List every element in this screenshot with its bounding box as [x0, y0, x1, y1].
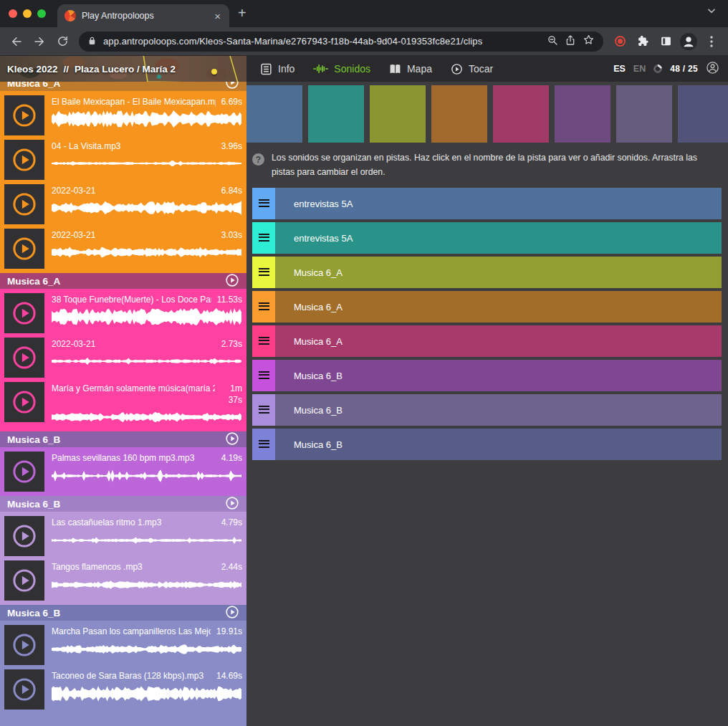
- track-bar[interactable]: Musica 6_A: [275, 291, 722, 323]
- nav-info[interactable]: Info: [251, 56, 304, 82]
- clip-play-button[interactable]: [4, 382, 44, 422]
- track-section-title[interactable]: Musica 6_A: [7, 276, 60, 287]
- track-drag-handle[interactable]: [252, 222, 275, 254]
- track-section-header[interactable]: Musica 6_A: [0, 273, 246, 289]
- clip-name[interactable]: 2022-03-21: [52, 229, 216, 241]
- menu-dots-icon[interactable]: [701, 31, 722, 52]
- track-drag-handle[interactable]: [252, 429, 275, 460]
- profile-avatar[interactable]: [678, 31, 699, 52]
- track-section-title[interactable]: Musica 6_B: [7, 608, 60, 618]
- track-section-title[interactable]: Musica 6_A: [7, 82, 60, 89]
- clip-name[interactable]: 2022-03-21: [52, 338, 216, 350]
- section-play-button[interactable]: [225, 82, 239, 91]
- clip-play-button[interactable]: [4, 229, 44, 269]
- track-row-6[interactable]: Musica 6_B: [252, 394, 722, 426]
- track-section-title[interactable]: Musica 6_B: [7, 499, 60, 510]
- track-color-swatch-4[interactable]: [493, 85, 549, 143]
- clip-name[interactable]: 2022-03-21: [52, 185, 216, 196]
- clip-play-button[interactable]: [4, 140, 44, 180]
- tab-close-icon[interactable]: ×: [211, 10, 224, 22]
- track-bar[interactable]: Musica 6_A: [275, 257, 722, 288]
- track-section-title[interactable]: Musica 6_B: [7, 434, 60, 445]
- track-bar[interactable]: Musica 6_B: [275, 360, 722, 391]
- tab-search-chevron-icon[interactable]: [707, 6, 717, 19]
- clip-name[interactable]: Tangos flamencos .mp3: [52, 561, 216, 573]
- zoom-icon[interactable]: [547, 34, 558, 49]
- track-row-1[interactable]: entrevistas 5A: [252, 222, 722, 254]
- clip-name[interactable]: El Baile Mexicapan - El Baile Mexicapan.…: [52, 96, 216, 108]
- extensions-puzzle-icon[interactable]: [632, 31, 653, 52]
- new-tab-button[interactable]: +: [238, 6, 246, 20]
- clip-name[interactable]: Las castañuelas ritmo 1.mp3: [52, 517, 216, 528]
- track-section-header[interactable]: Musica 6_B: [0, 431, 246, 447]
- track-color-swatch-3[interactable]: [431, 85, 487, 143]
- clip-play-button[interactable]: [4, 95, 44, 135]
- lang-es-button[interactable]: ES: [613, 64, 626, 74]
- track-color-swatch-6[interactable]: [616, 85, 672, 143]
- track-section-header[interactable]: Musica 6_B: [0, 496, 246, 512]
- track-row-3[interactable]: Musica 6_A: [252, 291, 722, 323]
- track-color-swatch-1[interactable]: [308, 85, 364, 143]
- side-panel-icon[interactable]: [655, 31, 676, 52]
- track-row-0[interactable]: entrevistas 5A: [252, 188, 722, 219]
- clip-name[interactable]: 38 Toque Funebre(Muerte) - Los Doce Par.…: [52, 294, 211, 305]
- clip-play-button[interactable]: [4, 625, 44, 665]
- window-close-button[interactable]: [9, 9, 17, 18]
- track-row-2[interactable]: Musica 6_A: [252, 257, 722, 288]
- nav-mapa[interactable]: Mapa: [380, 56, 441, 82]
- section-play-button[interactable]: [225, 496, 239, 512]
- clip-name[interactable]: Marcha Pasan los campanilleros Las Mejor…: [52, 626, 211, 637]
- section-play-button[interactable]: [225, 273, 239, 289]
- clip-play-button[interactable]: [4, 560, 44, 601]
- clip-play-button[interactable]: [4, 516, 44, 556]
- reload-button[interactable]: [52, 31, 73, 52]
- share-icon[interactable]: [565, 34, 576, 49]
- bookmark-star-icon[interactable]: [583, 34, 595, 49]
- track-section-header[interactable]: Musica 6_A: [0, 82, 246, 91]
- back-button[interactable]: [6, 31, 27, 52]
- section-play-button[interactable]: [225, 605, 239, 621]
- track-bar[interactable]: entrevistas 5A: [275, 188, 722, 219]
- track-drag-handle[interactable]: [252, 360, 275, 391]
- lang-en-button[interactable]: EN: [633, 64, 646, 74]
- clip-name[interactable]: Palmas sevillanas 160 bpm mp3.mp3: [52, 452, 216, 464]
- clip-play-button[interactable]: [4, 293, 44, 333]
- track-color-swatch-7[interactable]: [678, 85, 728, 143]
- url-text[interactable]: app.antropoloops.com/Kleos-Santa-Marina/…: [103, 36, 540, 47]
- track-color-swatch-2[interactable]: [370, 85, 426, 143]
- track-row-7[interactable]: Musica 6_B: [252, 429, 722, 460]
- nav-tocar[interactable]: Tocar: [441, 56, 502, 82]
- clip-name[interactable]: Taconeo de Sara Baras (128 kbps).mp3: [52, 670, 211, 682]
- breadcrumb[interactable]: Kleos 2022 // Plaza Lucero / María 2: [0, 56, 246, 82]
- forward-button[interactable]: [29, 31, 50, 52]
- window-zoom-button[interactable]: [37, 9, 46, 18]
- track-row-5[interactable]: Musica 6_B: [252, 360, 722, 391]
- clip-play-button[interactable]: [4, 184, 44, 224]
- track-bar[interactable]: entrevistas 5A: [275, 222, 722, 254]
- clip-name[interactable]: 04 - La Visita.mp3: [52, 140, 216, 152]
- track-drag-handle[interactable]: [252, 325, 275, 357]
- track-drag-handle[interactable]: [252, 394, 275, 426]
- clip-name[interactable]: María y Germán solamente música(maría 2.…: [52, 383, 215, 394]
- section-play-button[interactable]: [225, 431, 239, 447]
- account-icon[interactable]: [706, 61, 719, 77]
- breadcrumb-project[interactable]: Kleos 2022: [7, 64, 58, 75]
- browser-tab[interactable]: Play Antropoloops ×: [57, 4, 229, 27]
- clip-play-button[interactable]: [4, 669, 44, 710]
- lock-icon[interactable]: [87, 35, 97, 48]
- track-drag-handle[interactable]: [252, 257, 275, 288]
- track-row-4[interactable]: Musica 6_A: [252, 325, 722, 357]
- clip-play-button[interactable]: [4, 338, 44, 378]
- url-bar[interactable]: app.antropoloops.com/Kleos-Santa-Marina/…: [79, 32, 603, 52]
- track-color-swatch-0[interactable]: [246, 85, 302, 143]
- track-section-header[interactable]: Musica 6_B: [0, 605, 246, 621]
- nav-sonidos[interactable]: Sonidos: [304, 56, 380, 82]
- window-minimize-button[interactable]: [23, 9, 32, 18]
- track-drag-handle[interactable]: [252, 291, 275, 323]
- track-bar[interactable]: Musica 6_A: [275, 325, 722, 357]
- track-drag-handle[interactable]: [252, 188, 275, 219]
- recording-indicator-icon[interactable]: [609, 31, 631, 52]
- track-color-swatch-5[interactable]: [555, 85, 610, 143]
- breadcrumb-path[interactable]: Plaza Lucero / María 2: [75, 64, 176, 75]
- track-bar[interactable]: Musica 6_B: [275, 429, 722, 460]
